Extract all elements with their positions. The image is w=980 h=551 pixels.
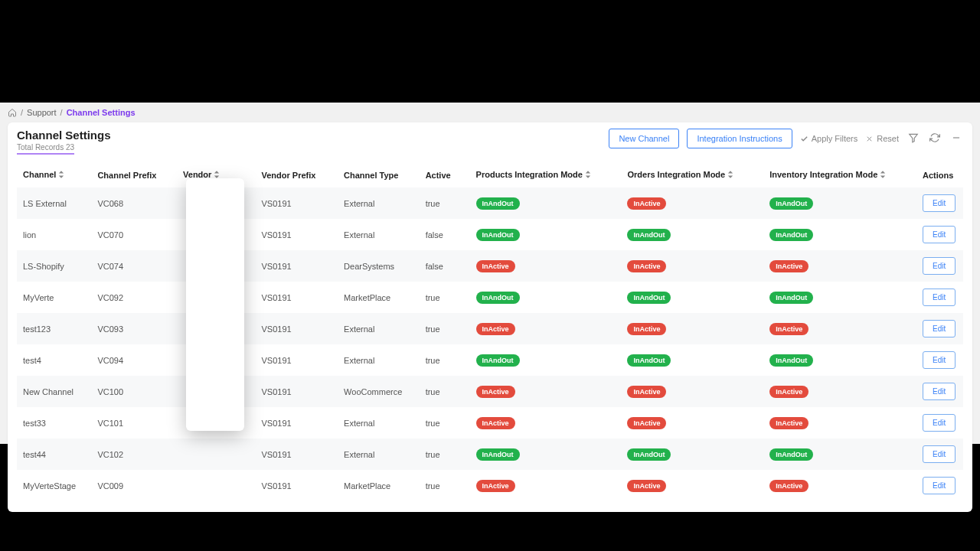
cell-active: true bbox=[420, 470, 470, 501]
edit-button[interactable]: Edit bbox=[923, 351, 956, 369]
edit-button[interactable]: Edit bbox=[923, 383, 956, 400]
cell-actions: Edit bbox=[916, 470, 963, 501]
apply-filters-button[interactable]: Apply Filters bbox=[800, 134, 858, 143]
reset-label: Reset bbox=[877, 134, 899, 143]
table-row: New ChannelVC100VS0191WooCommercetrueInA… bbox=[17, 376, 963, 407]
cell-orders-mode: InActive bbox=[621, 470, 763, 501]
channels-table: Channel Channel Prefix Vendor Vendor Pre… bbox=[17, 162, 963, 501]
new-channel-button[interactable]: New Channel bbox=[609, 129, 679, 148]
cell-inventory-mode: InAndOut bbox=[763, 282, 916, 313]
cell-active: false bbox=[420, 219, 470, 250]
home-icon[interactable] bbox=[8, 108, 17, 117]
edit-button[interactable]: Edit bbox=[923, 257, 956, 275]
badge-inactive: InActive bbox=[769, 323, 808, 335]
badge-inactive: InActive bbox=[627, 386, 666, 398]
close-icon bbox=[865, 135, 874, 143]
breadcrumb-support[interactable]: Support bbox=[27, 108, 57, 117]
badge-inandout: InAndOut bbox=[627, 292, 671, 304]
cell-vendor-prefix: VS0191 bbox=[256, 282, 338, 313]
edit-button[interactable]: Edit bbox=[923, 445, 956, 463]
cell-active: true bbox=[420, 313, 470, 344]
table-row: MyVerteStageVC009VS0191MarketPlacetrueIn… bbox=[17, 470, 963, 501]
filter-icon-button[interactable] bbox=[906, 131, 920, 147]
cell-orders-mode: InActive bbox=[621, 250, 763, 282]
cell-channel-prefix: VC009 bbox=[91, 470, 177, 501]
table-row: test4VC094VS0191ExternaltrueInAndOutInAn… bbox=[17, 344, 963, 376]
col-inventory-mode[interactable]: Inventory Integration Mode bbox=[763, 162, 916, 187]
cell-vendor-prefix: VS0191 bbox=[256, 250, 338, 282]
cell-vendor-prefix: VS0191 bbox=[256, 344, 338, 376]
cell-orders-mode: InAndOut bbox=[621, 344, 763, 376]
svg-marker-2 bbox=[910, 134, 918, 142]
cell-channel-prefix: VC092 bbox=[91, 282, 177, 313]
col-channel[interactable]: Channel bbox=[17, 162, 91, 187]
svg-marker-11 bbox=[728, 176, 733, 178]
card-header: Channel Settings Total Records 23 New Ch… bbox=[17, 129, 963, 155]
cell-orders-mode: InAndOut bbox=[621, 282, 763, 313]
cell-orders-mode: InAndOut bbox=[621, 219, 763, 250]
cell-active: true bbox=[420, 282, 470, 313]
cell-inventory-mode: InActive bbox=[763, 376, 916, 407]
badge-inandout: InAndOut bbox=[769, 292, 813, 304]
breadcrumb-current: Channel Settings bbox=[67, 108, 136, 117]
svg-marker-10 bbox=[728, 171, 733, 173]
table-row: test44VC102VS0191ExternaltrueInAndOutInA… bbox=[17, 439, 963, 470]
cell-channel: New Channel bbox=[17, 376, 91, 407]
cell-products-mode: InActive bbox=[470, 470, 622, 501]
badge-inandout: InAndOut bbox=[476, 292, 520, 304]
integration-instructions-button[interactable]: Integration Instructions bbox=[687, 129, 792, 148]
cell-active: true bbox=[420, 376, 470, 407]
cell-channel-type: External bbox=[338, 187, 420, 219]
cell-inventory-mode: InActive bbox=[763, 470, 916, 501]
cell-actions: Edit bbox=[916, 439, 963, 470]
apply-filters-label: Apply Filters bbox=[812, 134, 858, 143]
badge-inactive: InActive bbox=[627, 323, 666, 335]
cell-channel: LS External bbox=[17, 187, 91, 219]
edit-button[interactable]: Edit bbox=[923, 320, 956, 337]
cell-channel-type: WooCommerce bbox=[338, 376, 420, 407]
cell-vendor-prefix: VS0191 bbox=[256, 187, 338, 219]
badge-inactive: InActive bbox=[769, 417, 808, 429]
table-row: test123VC093VS0191ExternaltrueInActiveIn… bbox=[17, 313, 963, 344]
vendor-dropdown-panel[interactable] bbox=[186, 178, 244, 431]
table-row: LS-ShopifyVC074VS0191DearSystemsfalseInA… bbox=[17, 250, 963, 282]
badge-inandout: InAndOut bbox=[476, 197, 520, 210]
cell-channel-prefix: VC070 bbox=[91, 219, 177, 250]
cell-products-mode: InAndOut bbox=[470, 187, 622, 219]
refresh-icon-button[interactable] bbox=[928, 131, 942, 147]
edit-button[interactable]: Edit bbox=[923, 477, 956, 494]
sort-icon bbox=[585, 171, 591, 180]
breadcrumb-separator: / bbox=[60, 108, 63, 117]
svg-marker-4 bbox=[59, 171, 64, 173]
col-products-mode[interactable]: Products Integration Mode bbox=[470, 162, 622, 187]
cell-actions: Edit bbox=[916, 250, 963, 282]
cell-actions: Edit bbox=[916, 187, 963, 219]
page-title: Channel Settings bbox=[17, 129, 111, 142]
col-channel-type: Channel Type bbox=[338, 162, 420, 187]
cell-channel: MyVerteStage bbox=[17, 470, 91, 501]
edit-button[interactable]: Edit bbox=[923, 289, 956, 306]
cell-active: true bbox=[420, 344, 470, 376]
cell-products-mode: InAndOut bbox=[470, 439, 622, 470]
cell-channel-type: External bbox=[338, 219, 420, 250]
badge-inactive: InActive bbox=[627, 480, 666, 492]
col-inventory-mode-label: Inventory Integration Mode bbox=[769, 170, 877, 179]
reset-button[interactable]: Reset bbox=[865, 134, 899, 143]
cell-inventory-mode: InActive bbox=[763, 407, 916, 439]
cell-channel: test33 bbox=[17, 407, 91, 439]
edit-button[interactable]: Edit bbox=[923, 414, 956, 432]
svg-marker-5 bbox=[59, 176, 64, 178]
cell-channel-type: External bbox=[338, 344, 420, 376]
svg-marker-9 bbox=[586, 176, 590, 178]
sort-icon bbox=[58, 171, 64, 180]
badge-inactive: InActive bbox=[769, 480, 808, 492]
badge-inandout: InAndOut bbox=[476, 229, 520, 241]
col-channel-label: Channel bbox=[23, 170, 56, 179]
collapse-icon-button[interactable] bbox=[949, 131, 963, 147]
edit-button[interactable]: Edit bbox=[923, 226, 956, 243]
cell-actions: Edit bbox=[916, 407, 963, 439]
cell-channel: MyVerte bbox=[17, 282, 91, 313]
col-orders-mode[interactable]: Orders Integration Mode bbox=[621, 162, 763, 187]
col-actions: Actions bbox=[916, 162, 963, 187]
edit-button[interactable]: Edit bbox=[923, 194, 956, 212]
